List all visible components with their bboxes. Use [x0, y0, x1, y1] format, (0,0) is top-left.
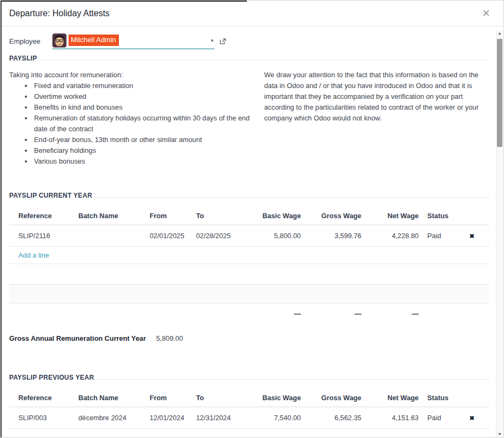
remuneration-intro: Taking into account for remuneration:	[9, 70, 250, 80]
totals-row: — — —	[9, 304, 488, 323]
previous-year-table: Reference Batch Name From To Basic Wage …	[9, 389, 488, 429]
col-header-batch-name[interactable]: Batch Name	[74, 212, 145, 220]
total-net-wage: —	[366, 309, 423, 318]
gross-annual-remuneration-row: Gross Annual Remuneration Current Year 5…	[9, 332, 488, 345]
col-header-gross-wage[interactable]: Gross Wage	[305, 394, 366, 402]
payslip-section-header: PAYSLIP	[9, 55, 488, 62]
cell-status[interactable]: Paid	[423, 414, 455, 422]
chevron-down-icon[interactable]: ▾	[211, 38, 214, 43]
cell-net-wage[interactable]: 4,228.80	[366, 232, 423, 240]
cell-reference[interactable]: SLIP/2116	[9, 232, 74, 240]
close-icon[interactable]: ✕	[480, 7, 493, 19]
modal-title: Departure: Holiday Attests	[9, 9, 110, 18]
gross-annual-remuneration-value[interactable]: 5,809.00	[156, 334, 183, 342]
external-link-icon[interactable]	[219, 37, 227, 45]
cell-to[interactable]: 02/28/2025	[192, 232, 246, 240]
list-item: Various bonuses	[33, 156, 250, 167]
separator-line	[97, 379, 488, 380]
employee-avatar	[52, 33, 66, 48]
list-item: Remuneration of statutory holidays occur…	[33, 113, 250, 134]
payslip-info-columns: Taking into account for remuneration: Fi…	[9, 70, 488, 167]
employee-field-row: Employee Mitchell Admin ▾	[9, 33, 488, 49]
scrollbar-thumb[interactable]	[497, 39, 502, 147]
scroll-down-icon[interactable]: ▼	[496, 432, 503, 436]
col-header-batch-name[interactable]: Batch Name	[74, 394, 145, 402]
gross-annual-remuneration-label: Gross Annual Remuneration Current Year	[9, 334, 156, 342]
delete-row-icon[interactable]: ✖	[469, 415, 474, 421]
col-header-reference[interactable]: Reference	[9, 394, 74, 402]
previous-year-section-title: PAYSLIP PREVIOUS YEAR	[9, 374, 94, 381]
list-item: Fixed and variable remuneration	[33, 80, 250, 91]
spacer	[9, 345, 488, 368]
delete-row-icon[interactable]: ✖	[469, 233, 474, 239]
cell-basic-wage[interactable]: 5,800.00	[246, 232, 305, 240]
window-edge-top	[1, 1, 247, 2]
col-header-status[interactable]: Status	[423, 212, 455, 220]
add-line-row: Add a line	[9, 247, 488, 264]
col-header-status[interactable]: Status	[423, 394, 455, 402]
col-header-net-wage[interactable]: Net Wage	[366, 394, 423, 402]
col-header-from[interactable]: From	[145, 394, 192, 402]
current-year-section-title: PAYSLIP CURRENT YEAR	[9, 192, 92, 199]
cell-net-wage[interactable]: 4,151.63	[366, 414, 423, 422]
modal-header: Departure: Holiday Attests ✕	[1, 1, 503, 26]
cell-to[interactable]: 12/31/2024	[192, 414, 246, 422]
cell-from[interactable]: 12/01/2024	[145, 414, 192, 422]
list-item: Overtime worked	[33, 91, 250, 102]
cell-reference[interactable]: SLIP/003	[9, 414, 74, 422]
col-header-to[interactable]: To	[192, 394, 246, 402]
employee-value-selected[interactable]: Mitchell Admin	[69, 35, 119, 46]
payslip-section-title: PAYSLIP	[9, 55, 37, 62]
col-header-reference[interactable]: Reference	[9, 212, 74, 220]
col-header-basic-wage[interactable]: Basic Wage	[246, 394, 305, 402]
col-header-basic-wage[interactable]: Basic Wage	[246, 212, 305, 220]
list-item: Benefits in kind and bonuses	[33, 102, 250, 113]
list-item: End-of-year bonus, 13th month or other s…	[33, 134, 250, 145]
cell-batch-name[interactable]: décembre 2024	[74, 414, 145, 422]
table-header-row: Reference Batch Name From To Basic Wage …	[9, 389, 488, 407]
employee-label: Employee	[9, 37, 52, 45]
cell-basic-wage[interactable]: 7,540.00	[246, 414, 305, 422]
cell-gross-wage[interactable]: 3,599.76	[305, 232, 366, 240]
separator-line	[96, 197, 488, 198]
attention-notice: We draw your attention to the fact that …	[264, 70, 488, 167]
empty-row-band	[9, 284, 488, 304]
modal-body: Employee Mitchell Admin ▾ PAYSLIP	[1, 26, 503, 429]
current-year-table: Reference Batch Name From To Basic Wage …	[9, 207, 488, 323]
previous-year-section-header: PAYSLIP PREVIOUS YEAR	[9, 374, 488, 381]
total-gross-wage: —	[305, 309, 366, 318]
col-header-net-wage[interactable]: Net Wage	[366, 212, 423, 220]
cell-from[interactable]: 02/01/2025	[145, 232, 192, 240]
total-basic-wage: —	[246, 309, 305, 318]
list-item: Beneficiary holdings	[33, 145, 250, 156]
separator-line	[40, 60, 488, 60]
col-header-to[interactable]: To	[192, 212, 246, 220]
add-a-line-link[interactable]: Add a line	[18, 251, 49, 259]
table-row[interactable]: SLIP/2116 02/01/2025 02/28/2025 5,800.00…	[9, 225, 488, 247]
current-year-section-header: PAYSLIP CURRENT YEAR	[9, 192, 488, 199]
vertical-scrollbar[interactable]: ▲ ▼	[496, 30, 503, 437]
table-header-row: Reference Batch Name From To Basic Wage …	[9, 207, 488, 225]
window-edge-left	[1, 1, 2, 438]
empty-space	[9, 264, 488, 284]
remuneration-list: Taking into account for remuneration: Fi…	[9, 70, 250, 167]
employee-input[interactable]: Mitchell Admin ▾	[52, 33, 214, 49]
col-header-from[interactable]: From	[145, 212, 192, 220]
cell-status[interactable]: Paid	[423, 232, 455, 240]
cell-gross-wage[interactable]: 6,562.35	[305, 414, 366, 422]
departure-holiday-attests-modal: { "modal": { "title": "Departure: Holida…	[0, 0, 504, 438]
table-row[interactable]: SLIP/003 décembre 2024 12/01/2024 12/31/…	[9, 407, 488, 429]
scroll-up-icon[interactable]: ▲	[496, 31, 503, 35]
col-header-gross-wage[interactable]: Gross Wage	[305, 212, 366, 220]
